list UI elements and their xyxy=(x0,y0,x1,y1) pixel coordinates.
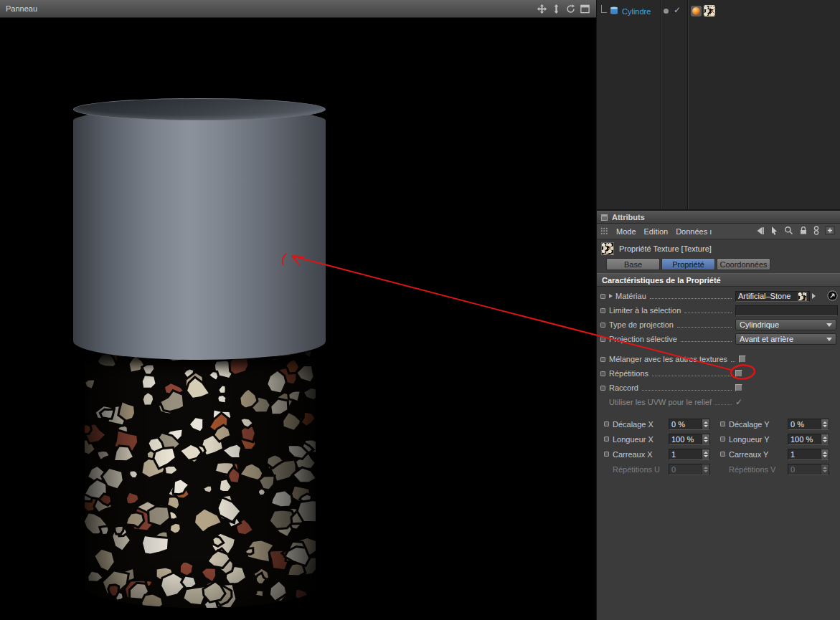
stepper xyxy=(702,464,709,474)
anim-dot-icon[interactable] xyxy=(720,437,725,442)
object-name[interactable]: Cylindre xyxy=(622,7,651,16)
repetitions-u-value: 0 xyxy=(671,465,676,474)
cylinder-top-opening xyxy=(73,98,326,120)
anim-dot-icon[interactable] xyxy=(600,323,605,328)
material-field[interactable]: Artificial–Stone xyxy=(735,291,810,302)
right-panel: Cylindre Attributs Mode Edition Données … xyxy=(596,0,840,620)
add-panel-icon[interactable] xyxy=(825,226,835,237)
arrow-right-icon[interactable] xyxy=(812,293,816,299)
repetitions-u-field: 0 xyxy=(669,464,710,475)
property-title: Propriété Texture [Texture] xyxy=(619,244,712,253)
attribute-rows: Matériau Artificial–Stone Limiter à la s… xyxy=(597,287,840,477)
uvw-checkmark-icon xyxy=(735,397,742,407)
tiles-x-label: Carreaux X xyxy=(613,450,667,459)
length-y-value: 100 % xyxy=(791,435,813,444)
material-tag-icon[interactable] xyxy=(691,6,702,16)
viewport-3d[interactable] xyxy=(0,0,596,620)
stepper[interactable] xyxy=(821,419,829,429)
move-view-icon[interactable] xyxy=(536,3,547,14)
texture-thumbnail-icon xyxy=(601,242,614,255)
repetitions-uv-row: Répétitions U 0 Répétitions V 0 xyxy=(600,462,838,477)
tiles-x-value: 1 xyxy=(671,450,676,459)
material-label: Matériau xyxy=(615,292,646,300)
tab-base[interactable]: Base xyxy=(606,258,660,270)
attributes-title: Attributs xyxy=(612,213,645,221)
stepper xyxy=(821,464,829,474)
window-icon xyxy=(601,214,608,221)
column-separator xyxy=(687,0,688,209)
viewport-toolbar xyxy=(536,3,590,14)
enabled-check-icon[interactable] xyxy=(674,5,681,15)
stepper[interactable] xyxy=(821,449,829,459)
restrict-field[interactable] xyxy=(735,305,838,316)
length-y-field[interactable]: 100 % xyxy=(788,434,829,445)
length-row: Longueur X 100 % Longueur Y 100 % xyxy=(600,431,838,447)
tag-area xyxy=(691,5,715,16)
menu-mode[interactable]: Mode xyxy=(616,227,636,236)
cylinder-gray-section[interactable] xyxy=(73,109,326,360)
offset-x-field[interactable]: 0 % xyxy=(669,419,710,430)
anim-dot-icon[interactable] xyxy=(604,437,609,442)
offset-x-value: 0 % xyxy=(671,420,685,429)
cylinder-shading-overlay xyxy=(85,343,316,608)
anim-dot-icon[interactable] xyxy=(604,452,609,457)
menu-donnees[interactable]: Données ı xyxy=(676,227,712,236)
viewport-titlebar[interactable]: Panneau xyxy=(0,0,596,18)
maximize-view-icon[interactable] xyxy=(579,3,590,14)
mix-textures-checkbox[interactable] xyxy=(739,356,746,363)
search-icon[interactable] xyxy=(784,226,793,237)
chevron-down-icon xyxy=(826,338,832,341)
link-icon[interactable] xyxy=(813,226,819,237)
expander-icon[interactable] xyxy=(609,294,613,298)
stepper[interactable] xyxy=(702,419,709,429)
anim-dot-icon[interactable] xyxy=(604,421,609,426)
cursor-icon[interactable] xyxy=(770,226,778,237)
tiles-x-field[interactable]: 1 xyxy=(669,449,710,460)
dotted-leader xyxy=(677,323,732,328)
object-row-cylindre[interactable]: Cylindre xyxy=(600,4,651,19)
pick-material-icon[interactable] xyxy=(827,290,838,302)
section-header[interactable]: Caractéristiques de la Propriété xyxy=(597,273,840,287)
texture-tag-icon[interactable] xyxy=(704,5,715,16)
menu-edition[interactable]: Edition xyxy=(644,227,669,236)
cylinder-object-icon[interactable] xyxy=(609,6,619,17)
repetitions-checkbox[interactable] xyxy=(735,370,742,377)
visibility-dot-icon[interactable] xyxy=(664,9,669,14)
zoom-view-icon[interactable] xyxy=(550,3,562,14)
tab-coordonnees[interactable]: Coordonnées xyxy=(717,258,770,270)
projection-dropdown[interactable]: Cylindrique xyxy=(735,319,836,330)
stepper[interactable] xyxy=(821,434,829,444)
lock-icon[interactable] xyxy=(799,226,808,237)
attributes-menubar: Mode Edition Données ı xyxy=(597,224,840,239)
cylinder-textured-section[interactable] xyxy=(85,343,316,608)
rotate-view-icon[interactable] xyxy=(565,3,576,14)
attributes-header[interactable]: Attributs xyxy=(597,211,840,224)
back-icon[interactable] xyxy=(755,226,765,237)
offset-row: Décalage X 0 % Décalage Y 0 % xyxy=(600,416,838,431)
anim-dot-icon[interactable] xyxy=(720,452,725,457)
offset-y-value: 0 % xyxy=(791,420,804,429)
tab-propriete[interactable]: Propriété xyxy=(661,258,715,270)
hierarchy-line xyxy=(601,5,607,13)
restrict-label: Limiter à la sélection xyxy=(609,306,681,315)
anim-dot-icon[interactable] xyxy=(600,386,605,391)
tiles-y-field[interactable]: 1 xyxy=(788,449,829,460)
selective-dropdown[interactable]: Avant et arrière xyxy=(735,333,836,345)
stepper[interactable] xyxy=(702,434,709,444)
length-x-field[interactable]: 100 % xyxy=(669,434,710,445)
grip-icon[interactable] xyxy=(600,227,608,235)
repetitions-v-value: 0 xyxy=(791,465,795,474)
anim-dot-icon[interactable] xyxy=(600,337,605,342)
anim-dot-icon[interactable] xyxy=(600,371,605,376)
dotted-leader xyxy=(684,308,732,313)
anim-dot-icon[interactable] xyxy=(600,308,605,313)
repetitions-row: Répétitions xyxy=(600,366,838,381)
anim-dot-icon[interactable] xyxy=(600,294,605,299)
offset-y-field[interactable]: 0 % xyxy=(788,419,829,430)
repetitions-v-label: Répétitions V xyxy=(729,465,786,474)
anim-dot-icon[interactable] xyxy=(720,421,725,426)
raccord-checkbox[interactable] xyxy=(735,384,742,391)
uvw-relief-row: Utiliser les UVW pour le relief xyxy=(600,395,838,409)
anim-dot-icon[interactable] xyxy=(600,357,605,362)
stepper[interactable] xyxy=(702,449,709,459)
